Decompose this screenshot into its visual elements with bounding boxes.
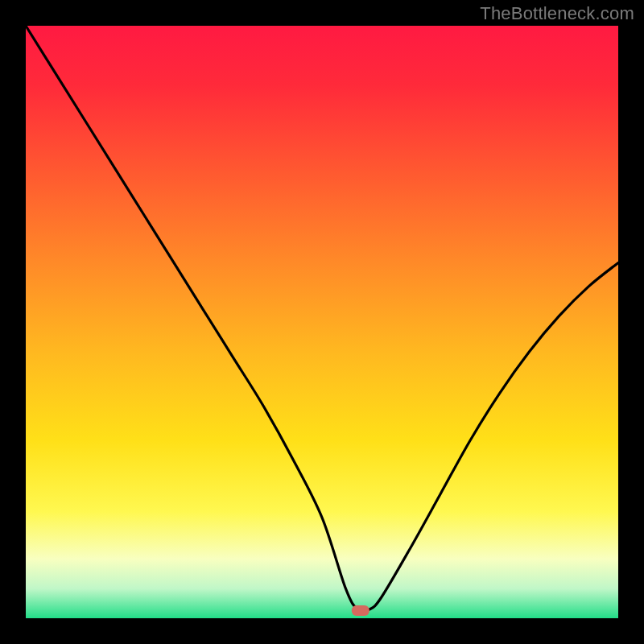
chart-background bbox=[26, 26, 618, 618]
optimal-marker bbox=[352, 605, 369, 616]
watermark-text: TheBottleneck.com bbox=[480, 3, 634, 24]
chart-frame: TheBottleneck.com bbox=[0, 0, 644, 644]
bottleneck-chart bbox=[0, 0, 644, 644]
